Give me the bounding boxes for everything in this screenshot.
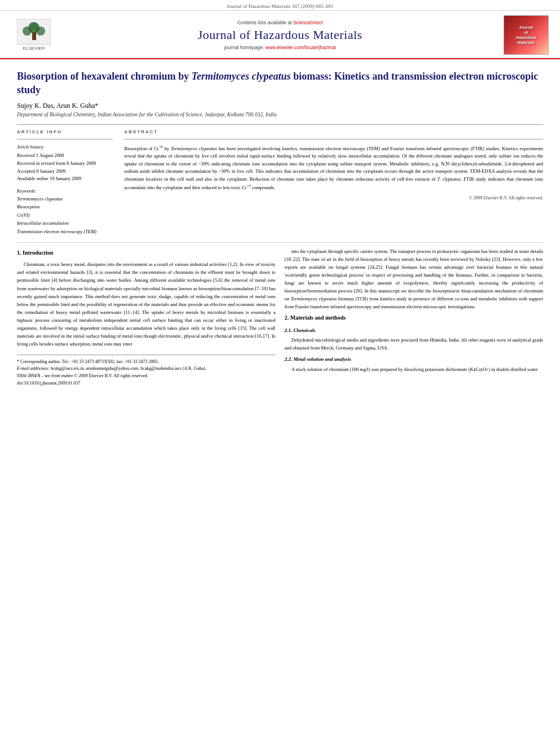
footer-doi-line1: 0304-3894/$ – see front matter © 2009 El…	[17, 373, 275, 380]
body-col-left: 1. Introduction Chromium, a toxic heavy …	[17, 247, 275, 387]
keyword-5: Transmission electron microscopy (TEM)	[17, 228, 113, 235]
article-info-abstract-section: ARTICLE INFO Article history: Received 1…	[17, 129, 543, 235]
footer-doi-line2: doi:10.1016/j.jhazmat.2009.01.037	[17, 380, 275, 387]
revised-date: Received in revised form 8 January 2009	[17, 160, 113, 168]
divider-abstract	[124, 139, 543, 139]
svg-point-5	[30, 23, 38, 30]
metal-solution-text: A stock solution of chromium (100 mg/l) …	[285, 365, 543, 373]
intro-heading: 1. Introduction	[17, 248, 275, 258]
intro-body-right: into the cytoplasm through specific carr…	[285, 247, 543, 311]
footnote-email3: bcakg@mahendra.iacs (A.K. Guha).	[141, 366, 207, 371]
online-date: Available online 19 January 2009	[17, 175, 113, 183]
divider-info	[17, 139, 113, 139]
elsevier-logo-image	[17, 19, 51, 45]
keywords-block: Keywords: Termitomyces clypeatus Biosorp…	[17, 189, 113, 235]
email-link-2[interactable]: arunkumarguha@yahoo.com	[86, 366, 138, 371]
keyword-4: Intracellular accumulation	[17, 219, 113, 227]
received-date: Received 1 August 2008	[17, 152, 113, 160]
article-content: Biosorption of hexavalent chromium by Te…	[0, 59, 560, 393]
hazmat-logo-text: JournalofHazardousMaterials	[516, 25, 536, 45]
page: Journal of Hazardous Materials 167 (2009…	[0, 0, 560, 747]
elsevier-label: ELSEVIER	[23, 46, 45, 51]
materials-heading: 2. Materials and methods	[285, 313, 543, 323]
keywords-list: Termitomyces clypeatus Biosorption Cr(VI…	[17, 195, 113, 235]
footnote-email-label: E-mail addresses:	[17, 366, 50, 371]
journal-name: Journal of Hazardous Materials	[56, 28, 504, 42]
intro-body-left: Chromium, a toxic heavy metal, dissipate…	[17, 260, 275, 347]
keyword-3: Cr(VI)	[17, 211, 113, 219]
chemicals-text: Dehydrated microbiological media and ing…	[285, 336, 543, 352]
accepted-date: Accepted 8 January 2009	[17, 168, 113, 176]
article-history-block: Article history: Received 1 August 2008 …	[17, 144, 113, 183]
affiliation: Department of Biological Chemistry, Indi…	[17, 112, 543, 117]
journal-reference-bar: Journal of Hazardous Materials 167 (2009…	[0, 0, 560, 11]
sciencedirect-link[interactable]: ScienceDirect	[293, 20, 322, 25]
article-title: Biosorption of hexavalent chromium by Te…	[17, 69, 543, 97]
elsevier-logo: ELSEVIER	[11, 19, 56, 51]
body-divider	[17, 242, 543, 243]
article-info-label: ARTICLE INFO	[17, 129, 113, 134]
homepage-line: journal homepage: www.elsevier.com/locat…	[56, 45, 504, 50]
divider-1	[17, 124, 543, 125]
metal-solution-subheading: 2.2. Metal solution and analysis	[285, 355, 543, 364]
email-link-1[interactable]: bcakg@iacs.res.in	[51, 366, 84, 371]
copyright-line: © 2009 Elsevier B.V. All rights reserved…	[124, 195, 543, 200]
footnote-corresponding: * Corresponding author. Tel.: +91 33 247…	[17, 359, 275, 366]
footnote-emails: E-mail addresses: bcakg@iacs.res.in, aru…	[17, 365, 275, 373]
keyword-2: Biosorption	[17, 203, 113, 211]
abstract-label: ABSTRACT	[124, 129, 543, 134]
body-col-right: into the cytoplasm through specific carr…	[285, 247, 543, 387]
keyword-1: Termitomyces clypeatus	[17, 195, 113, 203]
abstract-text: Biosorption of Cr+6 by Termitomyces clyp…	[124, 144, 543, 192]
hazmat-journal-logo: JournalofHazardousMaterials	[504, 15, 549, 55]
chemicals-subheading: 2.1. Chemicals	[285, 326, 543, 335]
journal-homepage-link[interactable]: www.elsevier.com/locate/jhazmat	[265, 45, 336, 50]
journal-reference: Journal of Hazardous Materials 167 (2009…	[227, 3, 334, 9]
journal-title-section: Contents lists available at ScienceDirec…	[56, 20, 504, 50]
contents-available-line: Contents lists available at ScienceDirec…	[56, 20, 504, 25]
svg-rect-4	[32, 32, 36, 40]
journal-header: ELSEVIER Contents lists available at Sci…	[0, 11, 560, 59]
authors: Sujoy K. Das, Arun K. Guha*	[17, 102, 543, 110]
article-info-column: ARTICLE INFO Article history: Received 1…	[17, 129, 113, 235]
abstract-column: ABSTRACT Biosorption of Cr+6 by Termitom…	[124, 129, 543, 235]
body-text-section: 1. Introduction Chromium, a toxic heavy …	[17, 247, 543, 387]
footnote-area: * Corresponding author. Tel.: +91 33 247…	[17, 355, 275, 387]
